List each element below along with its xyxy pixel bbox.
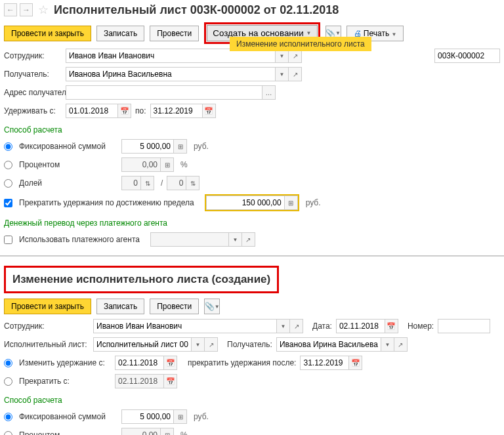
- nav-back[interactable]: ←: [4, 3, 17, 16]
- dropdown-icon[interactable]: ▼: [276, 67, 289, 81]
- conduct-button[interactable]: Провести: [150, 26, 199, 41]
- stop-limit-label: Прекратить удержания по достижению преде…: [19, 198, 194, 207]
- share-radio[interactable]: [4, 179, 12, 188]
- stop-date-input[interactable]: [300, 356, 349, 370]
- star-icon[interactable]: ☆: [38, 3, 49, 17]
- attach-button-2[interactable]: 📎▼: [204, 299, 220, 314]
- spinner-icon: ⇅: [186, 176, 200, 190]
- page-title: Исполнительный лист 003К-000002 от 02.11…: [54, 3, 339, 17]
- percent-value-input: [121, 157, 161, 172]
- employee-label: Сотрудник:: [4, 51, 62, 60]
- open-icon: ↗: [242, 232, 255, 247]
- calendar-icon[interactable]: 📅: [118, 104, 131, 118]
- change-date-input[interactable]: [115, 356, 164, 370]
- dropdown-icon[interactable]: ▼: [277, 319, 290, 333]
- fixed-unit-2: руб.: [194, 412, 209, 421]
- limit-unit: руб.: [306, 198, 321, 207]
- stop-limit-checkbox[interactable]: [4, 199, 12, 207]
- date-to-input[interactable]: [150, 104, 203, 118]
- docnum-input[interactable]: [434, 49, 500, 63]
- stop-from-radio[interactable]: [4, 377, 12, 386]
- agent-input: [150, 232, 229, 247]
- spinner-icon: ⊞: [161, 428, 174, 435]
- sheet-input[interactable]: [93, 337, 192, 352]
- percent-label-2: Процентом: [19, 430, 117, 435]
- share-sep: /: [161, 178, 163, 188]
- stop-from-date-input: [115, 374, 164, 388]
- calendar-icon[interactable]: 📅: [203, 104, 216, 118]
- spinner-icon[interactable]: ⊞: [285, 196, 298, 210]
- percent-radio[interactable]: [4, 161, 12, 169]
- recipient-label: Получатель:: [4, 70, 62, 79]
- calendar-icon[interactable]: 📅: [349, 356, 362, 370]
- spinner-icon: ⇅: [141, 176, 154, 190]
- dropdown-icon[interactable]: ▼: [381, 337, 394, 352]
- share-a-input: [121, 176, 141, 190]
- date-label-2: Дата:: [312, 321, 332, 331]
- to-label: по:: [135, 106, 146, 115]
- stop-from-label: Прекратить с:: [19, 377, 111, 386]
- create-based-tooltip[interactable]: Изменение исполнительного листа: [230, 37, 371, 51]
- calendar-icon[interactable]: 📅: [164, 356, 177, 370]
- conduct-close-button-2[interactable]: Провести и закрыть: [4, 299, 91, 314]
- share-b-input: [167, 176, 186, 190]
- ellipsis-icon[interactable]: …: [262, 85, 276, 100]
- recipient-label-2: Получатель:: [227, 340, 272, 349]
- dropdown-icon: ▼: [229, 232, 242, 247]
- open-icon[interactable]: ↗: [290, 319, 303, 333]
- share-label: Долей: [19, 178, 117, 188]
- calc-section-title: Способ расчета: [0, 123, 504, 137]
- calendar-icon: 📅: [164, 374, 177, 388]
- employee-input-2[interactable]: [93, 319, 277, 333]
- date-from-input[interactable]: [66, 104, 118, 118]
- fixed-value-input[interactable]: [121, 139, 174, 154]
- spinner-icon[interactable]: ⊞: [174, 139, 187, 154]
- recipient-input[interactable]: [66, 67, 276, 81]
- calc2-section-title: Способ расчета: [0, 393, 504, 407]
- nav-forward[interactable]: →: [20, 3, 33, 16]
- limit-value-input[interactable]: [206, 196, 285, 210]
- open-icon[interactable]: ↗: [394, 337, 408, 352]
- withhold-from-label: Удерживать с:: [4, 106, 62, 115]
- stop-after-label: прекратить удержания после:: [188, 358, 296, 367]
- fixed-label-2: Фиксированной суммой: [19, 412, 117, 421]
- open-icon[interactable]: ↗: [289, 67, 302, 81]
- change-from-label: Изменить удержание с:: [19, 358, 111, 367]
- fixed-label: Фиксированной суммой: [19, 142, 117, 151]
- fixed-unit: руб.: [194, 142, 209, 151]
- chevron-down-icon: ▼: [306, 30, 312, 36]
- conduct-close-button[interactable]: Провести и закрыть: [4, 26, 91, 41]
- highlight-title2: Изменение исполнительного листа (создани…: [4, 266, 279, 293]
- address-input[interactable]: [66, 85, 262, 100]
- employee-label-2: Сотрудник:: [4, 321, 89, 331]
- fixed-value-input-2[interactable]: [121, 409, 174, 424]
- recipient-input-2[interactable]: [276, 337, 381, 352]
- percent-radio-2[interactable]: [4, 431, 12, 436]
- change-from-radio[interactable]: [4, 359, 12, 367]
- sheet-label: Исполнительный лист:: [4, 340, 89, 349]
- page-title-2: Изменение исполнительного листа (создани…: [12, 273, 270, 285]
- percent-unit: %: [180, 160, 188, 169]
- use-agent-label: Использовать платежного агента: [19, 235, 140, 244]
- number-input-2[interactable]: [438, 319, 490, 333]
- spinner-icon[interactable]: ⊞: [174, 409, 187, 424]
- address-label: Адрес получателя:: [4, 88, 62, 97]
- percent-unit-2: %: [180, 430, 188, 435]
- percent-value-input-2: [121, 428, 161, 435]
- use-agent-checkbox[interactable]: [4, 236, 12, 244]
- fixed-radio[interactable]: [4, 142, 12, 151]
- open-icon[interactable]: ↗: [205, 337, 218, 352]
- number-label-2: Номер:: [408, 321, 434, 331]
- fixed-radio-2[interactable]: [4, 413, 12, 421]
- calendar-icon[interactable]: 📅: [385, 319, 398, 333]
- percent-label: Процентом: [19, 160, 117, 169]
- date-input-2[interactable]: [336, 319, 385, 333]
- write-button[interactable]: Записать: [96, 26, 144, 41]
- agent-section-title: Денежный перевод через платежного агента: [0, 216, 504, 230]
- conduct-button-2[interactable]: Провести: [150, 299, 199, 314]
- write-button-2[interactable]: Записать: [96, 299, 144, 314]
- spinner-icon: ⊞: [161, 157, 174, 172]
- dropdown-icon[interactable]: ▼: [192, 337, 205, 352]
